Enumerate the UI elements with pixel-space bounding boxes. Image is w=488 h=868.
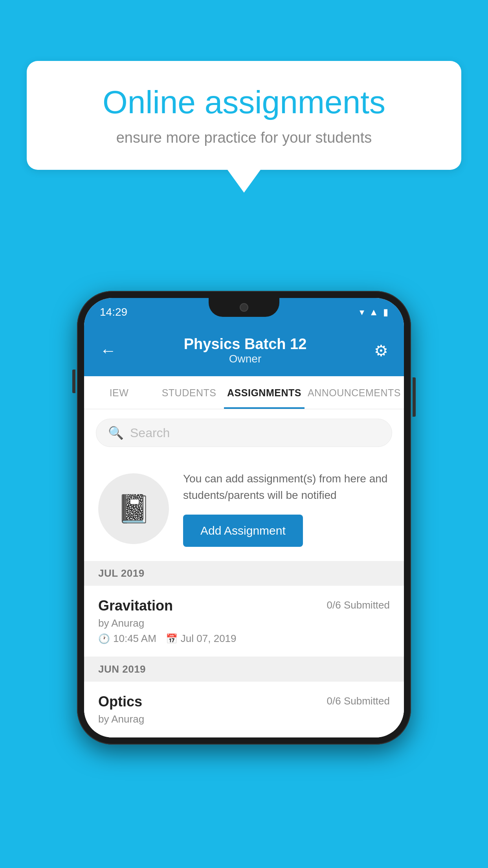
assignment-row-top: Gravitation 0/6 Submitted [98,598,390,614]
tabs-container: IEW STUDENTS ASSIGNMENTS ANNOUNCEMENTS [84,376,404,409]
speech-bubble-title: Online assignments [54,85,434,120]
signal-icon: ▲ [369,307,378,318]
assignment-name-optics: Optics [98,693,142,710]
notebook-icon: 📓 [117,493,151,525]
tab-iew[interactable]: IEW [84,376,154,409]
assignment-icon-circle: 📓 [98,473,169,544]
assignment-date: Jul 07, 2019 [181,633,237,645]
assignment-item-optics[interactable]: Optics 0/6 Submitted by Anurag [84,682,404,737]
assignment-time: 10:45 AM [113,633,156,645]
speech-bubble: Online assignments ensure more practice … [27,61,461,170]
tab-students[interactable]: STUDENTS [154,376,224,409]
assignment-by: by Anurag [98,617,144,629]
section-header-jun: JUN 2019 [84,657,404,682]
section-header-jul: JUL 2019 [84,561,404,586]
clock-icon: 🕐 [98,633,110,644]
assignment-submitted: 0/6 Submitted [327,599,390,611]
tab-announcements[interactable]: ANNOUNCEMENTS [305,376,404,409]
tab-assignments[interactable]: ASSIGNMENTS [224,376,305,409]
assignment-meta-optics: by Anurag [98,713,390,725]
phone-side-left [72,370,75,393]
speech-bubble-tail [227,170,261,193]
assignment-item-gravitation[interactable]: Gravitation 0/6 Submitted by Anurag 🕐 10… [84,586,404,657]
settings-button[interactable]: ⚙ [374,342,388,360]
status-bar: 14:29 ▾ ▲ ▮ [84,298,404,326]
phone-side-right [413,377,416,417]
phone-outer: 14:29 ▾ ▲ ▮ ← Physics Batch 12 Owner ⚙ [77,291,411,745]
search-box[interactable]: 🔍 Search [96,419,392,447]
battery-icon: ▮ [383,307,388,318]
app-header: ← Physics Batch 12 Owner ⚙ [84,326,404,376]
search-placeholder: Search [130,426,170,440]
back-button[interactable]: ← [100,341,116,360]
phone-screen: 14:29 ▾ ▲ ▮ ← Physics Batch 12 Owner ⚙ [84,298,404,737]
assignment-datetime: 🕐 10:45 AM 📅 Jul 07, 2019 [98,633,390,645]
camera [240,303,248,312]
assignment-submitted-optics: 0/6 Submitted [327,695,390,707]
phone-wrapper: 14:29 ▾ ▲ ▮ ← Physics Batch 12 Owner ⚙ [77,291,411,745]
assignment-time-item: 🕐 10:45 AM [98,633,156,645]
page-title: Physics Batch 12 [116,336,374,353]
assignment-name: Gravitation [98,598,173,614]
wifi-icon: ▾ [360,307,364,318]
speech-bubble-container: Online assignments ensure more practice … [27,61,461,193]
header-center: Physics Batch 12 Owner [116,336,374,365]
search-icon: 🔍 [108,425,124,440]
notch [209,298,279,317]
assignment-meta: by Anurag [98,617,390,629]
page-subtitle: Owner [116,353,374,365]
calendar-icon: 📅 [166,633,178,644]
assignment-date-item: 📅 Jul 07, 2019 [166,633,237,645]
add-assignment-button[interactable]: Add Assignment [183,515,303,547]
search-container: 🔍 Search [84,409,404,456]
status-time: 14:29 [100,306,127,318]
info-text-area: You can add assignment(s) from here and … [183,471,390,547]
assignment-row-top-optics: Optics 0/6 Submitted [98,693,390,710]
assignment-by-optics: by Anurag [98,713,144,725]
status-icons: ▾ ▲ ▮ [360,307,388,318]
info-description: You can add assignment(s) from here and … [183,471,390,504]
info-card: 📓 You can add assignment(s) from here an… [84,456,404,561]
speech-bubble-subtitle: ensure more practice for your students [54,129,434,146]
